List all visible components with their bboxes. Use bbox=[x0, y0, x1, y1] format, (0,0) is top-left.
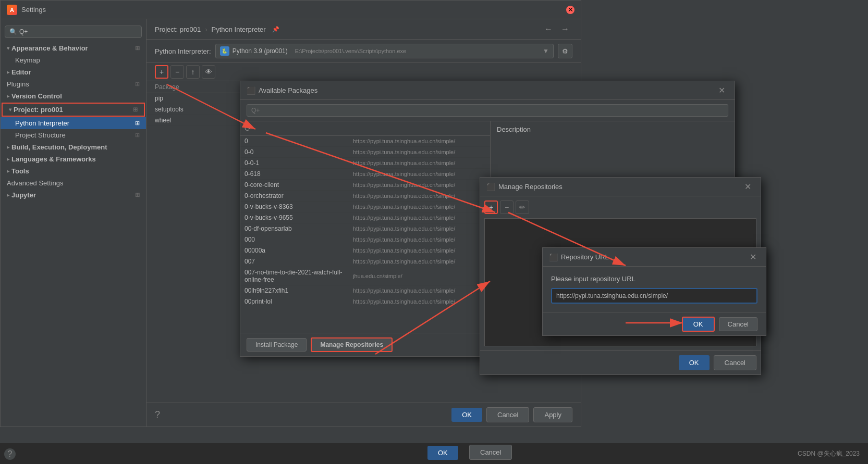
manage-repositories-button[interactable]: Manage Repositories bbox=[311, 337, 393, 352]
up-package-button[interactable]: ↑ bbox=[186, 65, 200, 79]
project-icon: ⊞ bbox=[133, 106, 138, 113]
page-footer: ? OK Cancel CSDN @失心疯_2023 bbox=[0, 443, 868, 464]
repo-url-cancel-button[interactable]: Cancel bbox=[719, 317, 757, 331]
available-packages-close-button[interactable]: ✕ bbox=[715, 84, 728, 96]
sidebar-item-advanced[interactable]: Advanced Settings bbox=[1, 177, 146, 189]
interpreter-select[interactable]: 🐍 Python 3.9 (pro001) E:\Projects\pro001… bbox=[215, 44, 554, 58]
pkg-name: 0-core-client bbox=[244, 181, 349, 189]
sidebar-item-tools[interactable]: ▸ Tools bbox=[1, 165, 146, 177]
repo-url-input[interactable] bbox=[551, 288, 757, 304]
apply-button[interactable]: Apply bbox=[533, 407, 572, 422]
available-packages-title-text: Available Packages bbox=[259, 86, 317, 94]
edit-repo-button[interactable]: ✏ bbox=[516, 200, 529, 214]
breadcrumb-page: Python Interpreter bbox=[212, 26, 266, 33]
help-button[interactable]: ? bbox=[4, 448, 16, 460]
pycharm-icon: ⬛ bbox=[247, 86, 255, 95]
repos-ok-button[interactable]: OK bbox=[679, 355, 710, 370]
close-button[interactable]: ✕ bbox=[566, 6, 574, 14]
sidebar-item-project-structure[interactable]: Project Structure ⊞ bbox=[1, 129, 146, 141]
gear-button[interactable]: ⚙ bbox=[558, 44, 572, 58]
pkg-url: https://pypi.tuna.tsinghua.edu.cn/simple… bbox=[353, 160, 486, 166]
sidebar-item-languages[interactable]: ▸ Languages & Frameworks bbox=[1, 153, 146, 165]
list-item[interactable]: 007 https://pypi.tuna.tsinghua.edu.cn/si… bbox=[240, 256, 490, 267]
breadcrumb: Project: pro001 › Python Interpreter 📌 ←… bbox=[146, 19, 581, 40]
expand-arrow-build: ▸ bbox=[7, 144, 9, 150]
sidebar-item-editor[interactable]: ▸ Editor bbox=[1, 66, 146, 78]
page-ok-button[interactable]: OK bbox=[427, 446, 458, 460]
list-item[interactable]: 007-no-time-to-die-2021-watch-full-onlin… bbox=[240, 267, 490, 285]
list-item[interactable]: 0-618 https://pypi.tuna.tsinghua.edu.cn/… bbox=[240, 169, 490, 180]
pin-icon: 📌 bbox=[272, 26, 279, 33]
pkg-url: https://pypi.tuna.tsinghua.edu.cn/simple… bbox=[353, 287, 486, 294]
sidebar-item-vc[interactable]: ▸ Version Control bbox=[1, 90, 146, 102]
remove-repo-button[interactable]: − bbox=[500, 200, 514, 214]
sidebar-item-plugins-label: Plugins bbox=[7, 80, 29, 88]
sidebar-search[interactable]: 🔍 Q+ bbox=[5, 26, 142, 38]
titlebar-left: A Settings bbox=[7, 5, 46, 15]
list-item[interactable]: 00-df-opensarlab https://pypi.tuna.tsing… bbox=[240, 223, 490, 234]
add-package-button[interactable]: + bbox=[155, 65, 168, 79]
expand-arrow-editor: ▸ bbox=[7, 69, 9, 75]
available-packages-search-input[interactable] bbox=[247, 104, 728, 117]
sidebar-item-build[interactable]: ▸ Build, Execution, Deployment bbox=[1, 141, 146, 153]
jupyter-icon: ⊞ bbox=[135, 192, 140, 198]
list-item[interactable]: 00000a https://pypi.tuna.tsinghua.edu.cn… bbox=[240, 245, 490, 256]
list-item[interactable]: 00lh9ln227xfih1 https://pypi.tuna.tsingh… bbox=[240, 285, 490, 296]
pkg-name: 0-618 bbox=[244, 170, 349, 178]
pkg-name: 0-v-bucks-v-8363 bbox=[244, 203, 349, 210]
pkg-url: https://pypi.tuna.tsinghua.edu.cn/simple… bbox=[353, 225, 486, 232]
repos-toolbar: + − ✏ bbox=[484, 200, 756, 214]
pkg-url: https://pypi.tuna.tsinghua.edu.cn/simple… bbox=[353, 149, 486, 155]
add-repo-button[interactable]: + bbox=[484, 200, 498, 214]
cancel-button[interactable]: Cancel bbox=[486, 407, 529, 422]
list-item[interactable]: 00print-lol https://pypi.tuna.tsinghua.e… bbox=[240, 296, 490, 307]
sidebar-item-build-label: Build, Execution, Deployment bbox=[11, 143, 107, 151]
list-item[interactable]: 0-0-1 https://pypi.tuna.tsinghua.edu.cn/… bbox=[240, 158, 490, 169]
sidebar-item-projstruct-label: Project Structure bbox=[15, 131, 66, 139]
sidebar-item-python-interpreter[interactable]: Python Interpreter ⊞ bbox=[1, 117, 146, 129]
manage-repos-title: ⬛ Manage Repositories bbox=[486, 183, 563, 191]
page-cancel-button[interactable]: Cancel bbox=[469, 445, 512, 460]
refresh-button[interactable]: ⟳ bbox=[244, 123, 251, 133]
sidebar-item-plugins[interactable]: Plugins ⊞ bbox=[1, 78, 146, 90]
sidebar-item-keymap[interactable]: Keymap bbox=[1, 54, 146, 66]
avail-list-items[interactable]: 0 https://pypi.tuna.tsinghua.edu.cn/simp… bbox=[240, 136, 490, 333]
repo-url-close-button[interactable]: ✕ bbox=[747, 251, 760, 263]
repos-cancel-button[interactable]: Cancel bbox=[714, 355, 756, 370]
pkg-name: 0-v-bucks-v-9655 bbox=[244, 214, 349, 221]
sidebar-item-jupyter[interactable]: ▸ Jupyter ⊞ bbox=[1, 189, 146, 201]
repo-url-ok-button[interactable]: OK bbox=[682, 317, 715, 332]
list-item[interactable]: 0 https://pypi.tuna.tsinghua.edu.cn/simp… bbox=[240, 136, 490, 147]
dropdown-arrow-icon: ▼ bbox=[543, 47, 549, 55]
list-item[interactable]: 000 https://pypi.tuna.tsinghua.edu.cn/si… bbox=[240, 234, 490, 245]
nav-forward-button[interactable]: → bbox=[558, 23, 572, 35]
list-item[interactable]: 0-0 https://pypi.tuna.tsinghua.edu.cn/si… bbox=[240, 147, 490, 158]
list-item[interactable]: 0-v-bucks-v-9655 https://pypi.tuna.tsing… bbox=[240, 212, 490, 223]
pkg-url: https://pypi.tuna.tsinghua.edu.cn/simple… bbox=[353, 215, 486, 221]
sidebar-item-tools-label: Tools bbox=[11, 167, 29, 175]
nav-back-button[interactable]: ← bbox=[541, 23, 556, 35]
remove-package-button[interactable]: − bbox=[170, 65, 184, 79]
repo-url-footer: OK Cancel bbox=[543, 312, 766, 336]
sidebar-item-vc-label: Version Control bbox=[11, 92, 62, 100]
pkg-url: https://pypi.tuna.tsinghua.edu.cn/simple… bbox=[353, 193, 486, 199]
list-item[interactable]: 0-v-bucks-v-8363 https://pypi.tuna.tsing… bbox=[240, 202, 490, 212]
eye-package-button[interactable]: 👁 bbox=[202, 65, 215, 79]
ok-button[interactable]: OK bbox=[451, 408, 482, 422]
expand-arrow-tools: ▸ bbox=[7, 168, 9, 174]
list-item[interactable]: 0-core-client https://pypi.tuna.tsinghua… bbox=[240, 180, 490, 191]
settings-footer: ? OK Cancel Apply bbox=[146, 403, 581, 427]
install-package-button[interactable]: Install Package bbox=[247, 338, 307, 352]
pkg-name: 00lh9ln227xfih1 bbox=[244, 287, 349, 294]
manage-repos-close-button[interactable]: ✕ bbox=[741, 181, 754, 193]
sidebar-item-python-label: Python Interpreter bbox=[15, 119, 69, 127]
help-icon[interactable]: ? bbox=[155, 409, 160, 420]
sidebar-item-appearance[interactable]: ▾ Appearance & Behavior ⊞ bbox=[1, 42, 146, 54]
pkg-name: 00000a bbox=[244, 247, 349, 254]
pkg-url: https://pypi.tuna.tsinghua.edu.cn/simple… bbox=[353, 247, 486, 254]
app-icon: A bbox=[7, 5, 17, 15]
pkg-url: https://pypi.tuna.tsinghua.edu.cn/simple… bbox=[353, 138, 486, 144]
expand-arrow-vc: ▸ bbox=[7, 93, 9, 99]
list-item[interactable]: 0-orchestrator https://pypi.tuna.tsinghu… bbox=[240, 191, 490, 202]
sidebar-item-project[interactable]: ▾ Project: pro001 ⊞ bbox=[2, 103, 145, 117]
